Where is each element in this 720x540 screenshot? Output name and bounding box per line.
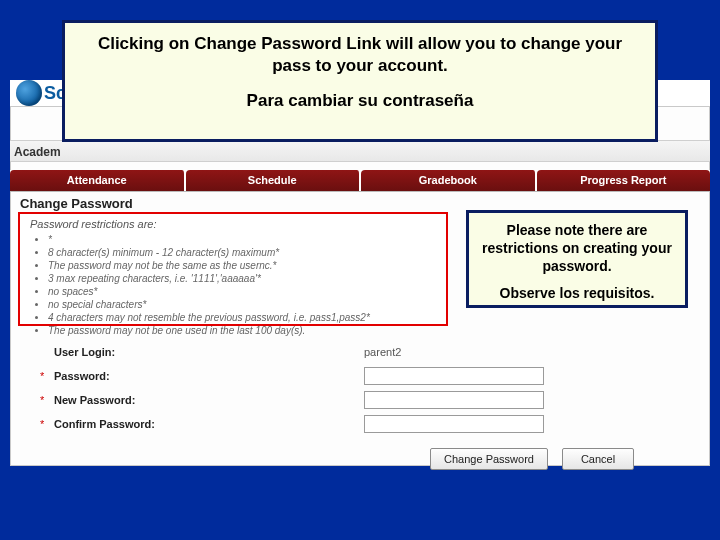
bottom-band xyxy=(0,480,720,540)
required-star: * xyxy=(40,394,54,406)
row-user-login: User Login: parent2 xyxy=(40,340,680,364)
row-confirm-password: * Confirm Password: xyxy=(40,412,680,436)
change-password-button[interactable]: Change Password xyxy=(430,448,548,470)
password-restrictions-box: Password restrictions are: * 8 character… xyxy=(18,212,448,326)
logo-icon xyxy=(16,80,42,106)
cancel-button[interactable]: Cancel xyxy=(562,448,634,470)
password-input[interactable] xyxy=(364,367,544,385)
restriction-item: The password may not be one used in the … xyxy=(48,324,440,337)
user-login-label: User Login: xyxy=(54,346,364,358)
tab-strip: Attendance Schedule Gradebook Progress R… xyxy=(10,170,710,192)
change-password-form: User Login: parent2 * Password: * New Pa… xyxy=(40,340,680,436)
tab-schedule[interactable]: Schedule xyxy=(186,170,362,191)
row-password: * Password: xyxy=(40,364,680,388)
page-title: Change Password xyxy=(20,196,133,211)
confirm-password-label: Confirm Password: xyxy=(54,418,364,430)
restriction-item: 4 characters may not resemble the previo… xyxy=(48,311,440,324)
callout-right-text-en: Please note there are restrictions on cr… xyxy=(479,221,675,275)
restriction-item: * xyxy=(48,233,440,246)
restriction-item: The password may not be the same as the … xyxy=(48,259,440,272)
tab-gradebook[interactable]: Gradebook xyxy=(361,170,537,191)
required-star: * xyxy=(40,370,54,382)
tab-progress-report[interactable]: Progress Report xyxy=(537,170,711,191)
restriction-item: 8 character(s) minimum - 12 character(s)… xyxy=(48,246,440,259)
callout-right: Please note there are restrictions on cr… xyxy=(466,210,688,308)
breadcrumb-bar: Academ xyxy=(10,140,710,162)
restriction-item: 3 max repeating characters, i.e. '1111',… xyxy=(48,272,440,285)
row-new-password: * New Password: xyxy=(40,388,680,412)
callout-right-text-es: Observe los requisitos. xyxy=(479,285,675,301)
form-buttons: Change Password Cancel xyxy=(430,448,634,470)
callout-top: Clicking on Change Password Link will al… xyxy=(62,20,658,142)
slide-root: Sch ENT Academ Attendance Schedule Grade… xyxy=(0,0,720,540)
callout-top-text-en: Clicking on Change Password Link will al… xyxy=(85,33,635,77)
new-password-label: New Password: xyxy=(54,394,364,406)
confirm-password-input[interactable] xyxy=(364,415,544,433)
required-star: * xyxy=(40,418,54,430)
restrictions-list: * 8 character(s) minimum - 12 character(… xyxy=(30,233,440,337)
user-login-value: parent2 xyxy=(364,346,401,358)
password-label: Password: xyxy=(54,370,364,382)
new-password-input[interactable] xyxy=(364,391,544,409)
restrictions-caption: Password restrictions are: xyxy=(30,218,440,230)
restriction-item: no special characters* xyxy=(48,298,440,311)
tab-attendance[interactable]: Attendance xyxy=(10,170,186,191)
callout-top-text-es: Para cambiar su contraseña xyxy=(85,91,635,111)
restriction-item: no spaces* xyxy=(48,285,440,298)
